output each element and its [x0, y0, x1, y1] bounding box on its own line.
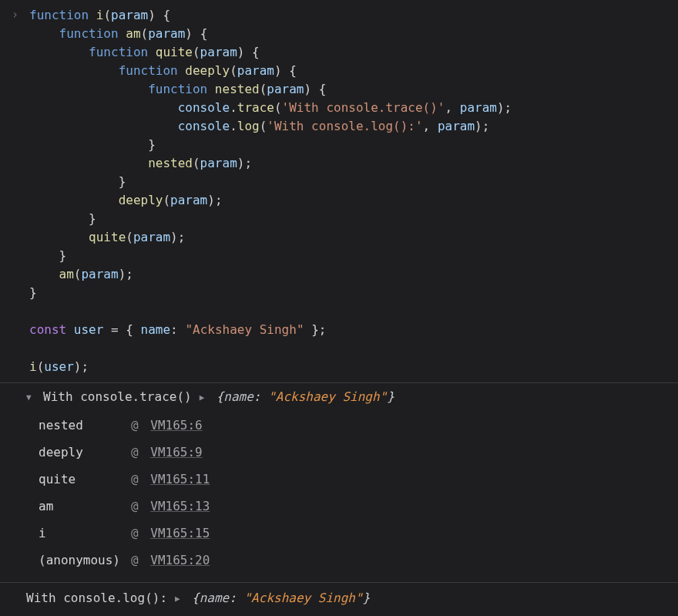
stack-frame-link[interactable]: VM165:13 [150, 499, 210, 513]
fn-nested-def: nested [215, 82, 260, 96]
console-log-output: With console.log(): ▶ {name: "Ackshaey S… [0, 583, 678, 614]
string-literal: 'With console.trace()' [282, 100, 445, 115]
stack-frame: am@ VM165:13 [39, 493, 216, 520]
fn-quite-def: quite [156, 45, 193, 59]
object-expand-icon[interactable]: ▶ [175, 593, 184, 606]
fn-i-def: i [96, 8, 104, 22]
stack-frame: i@ VM165:15 [39, 520, 216, 547]
stack-frame-loc-cell: @ VM165:11 [131, 466, 216, 493]
stack-frame-fn: deeply [39, 439, 131, 466]
object-expand-icon[interactable]: ▶ [200, 392, 209, 405]
object-preview[interactable]: {name: "Ackshaey Singh"} [216, 388, 394, 406]
object-preview[interactable]: {name: "Ackshaey Singh"} [192, 589, 370, 608]
console-trace-output: ▼ With console.trace() ▶ {name: "Ackshae… [0, 383, 678, 583]
at-symbol: @ [131, 472, 150, 486]
at-symbol: @ [131, 418, 150, 433]
stack-frame: (anonymous)@ VM165:20 [39, 547, 216, 574]
stack-frame: deeply@ VM165:9 [39, 439, 216, 466]
stack-frame-link[interactable]: VM165:11 [150, 472, 210, 486]
stack-frame-link[interactable]: VM165:9 [150, 445, 202, 459]
stack-frame: nested@ VM165:6 [39, 412, 216, 439]
trace-label: With console.trace() [43, 388, 192, 406]
stack-frame-link[interactable]: VM165:15 [150, 526, 210, 540]
stack-frame-loc-cell: @ VM165:9 [131, 439, 216, 466]
stack-frame-link[interactable]: VM165:6 [150, 418, 202, 433]
stack-frame-link[interactable]: VM165:20 [150, 553, 210, 567]
disclosure-down-icon[interactable]: ▼ [26, 392, 35, 405]
at-symbol: @ [131, 499, 150, 513]
log-label: With console.log(): [26, 589, 167, 608]
stack-frame: quite@ VM165:11 [39, 466, 216, 493]
console-code[interactable]: function i(param) { function am(param) {… [29, 6, 512, 376]
at-symbol: @ [131, 526, 150, 540]
fn-am-def: am [126, 26, 140, 41]
stack-frame-fn: am [39, 493, 131, 520]
stack-frame-loc-cell: @ VM165:13 [131, 493, 216, 520]
trace-header: ▼ With console.trace() ▶ {name: "Ackshae… [26, 388, 666, 406]
stack-frame-fn: (anonymous) [39, 547, 131, 574]
keyword-function: function [29, 8, 89, 22]
stack-frame-loc-cell: @ VM165:15 [131, 520, 216, 547]
fn-deeply-def: deeply [185, 63, 230, 78]
stack-frame-loc-cell: @ VM165:6 [131, 412, 216, 439]
console-prompt-icon: › [12, 6, 18, 376]
stack-frame-fn: nested [39, 412, 131, 439]
stack-frame-loc-cell: @ VM165:20 [131, 547, 216, 574]
stack-frame-fn: quite [39, 466, 131, 493]
stack-trace-table: nested@ VM165:6deeply@ VM165:9quite@ VM1… [39, 412, 216, 574]
at-symbol: @ [131, 445, 150, 459]
console-input-row: › function i(param) { function am(param)… [0, 0, 678, 383]
string-literal: 'With console.log():' [267, 119, 422, 133]
at-symbol: @ [131, 553, 150, 567]
stack-frame-fn: i [39, 520, 131, 547]
param: param [111, 8, 148, 22]
